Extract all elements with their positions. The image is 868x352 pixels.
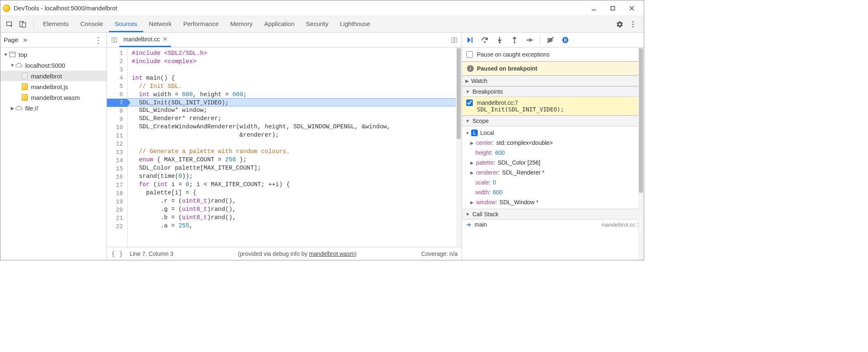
nav-tab-page[interactable]: Page [4, 36, 18, 43]
tab-network[interactable]: Network [143, 16, 178, 32]
file-icon [21, 72, 28, 80]
tree-file-label: mandelbrot.wasm [31, 94, 80, 101]
tree-host-label: localhost:5000 [25, 62, 65, 69]
caret-right-icon: ▶ [465, 78, 469, 84]
callstack-frame-name: main [474, 221, 602, 228]
scope-var-scale[interactable]: scale:0 [465, 177, 640, 187]
scope-var-window[interactable]: ▶window:SDL_Window * [465, 197, 640, 207]
breakpoint-checkbox[interactable] [466, 99, 473, 106]
svg-point-15 [484, 41, 486, 43]
tab-elements[interactable]: Elements [37, 16, 75, 32]
section-watch[interactable]: ▶ Watch [462, 76, 644, 86]
panel-tabs: Elements Console Sources Network Perform… [37, 16, 614, 32]
step-icon[interactable] [524, 35, 535, 45]
editor-tabs: mandelbrot.cc × [107, 33, 462, 47]
svg-point-21 [531, 39, 533, 40]
cursor-position: Line 7, Column 3 [130, 250, 173, 257]
scope-var-palette[interactable]: ▶palette:SDL_Color [256] [465, 158, 640, 168]
deactivate-breakpoints-icon[interactable] [545, 35, 556, 45]
info-icon: i [467, 65, 474, 72]
svg-point-8 [632, 24, 633, 25]
debug-scrollbar[interactable] [638, 47, 644, 260]
tab-performance[interactable]: Performance [178, 16, 225, 32]
breakpoint-item[interactable]: mandelbrot.cc:7 SDL_Init(SDL_INIT_VIDEO)… [462, 97, 644, 116]
caret-down-icon: ▼ [9, 63, 15, 68]
scope-body: ▼ L Local ▶center:std::complex<double> h… [462, 126, 644, 209]
scope-local[interactable]: ▼ L Local [465, 128, 640, 138]
pause-exceptions-icon[interactable] [560, 35, 571, 45]
inspect-element-icon[interactable] [4, 19, 15, 30]
tab-memory[interactable]: Memory [225, 16, 259, 32]
gutter[interactable]: 123456 7 8910111213141516171819202122 [107, 47, 128, 247]
tree-file-scheme[interactable]: ▶ file:// [0, 103, 107, 113]
step-out-icon[interactable] [509, 35, 520, 45]
svg-rect-10 [9, 52, 15, 57]
frame-icon [9, 51, 16, 58]
nav-overflow-icon[interactable]: » [23, 35, 27, 44]
resume-icon[interactable] [465, 35, 475, 45]
device-toolbar-icon[interactable] [17, 19, 28, 30]
pause-on-caught-checkbox[interactable] [466, 51, 473, 58]
tree-file-label: mandelbrot [31, 73, 62, 80]
editor-filename: mandelbrot.cc [123, 36, 160, 43]
tab-security[interactable]: Security [300, 16, 334, 32]
paused-banner: i Paused on breakpoint [462, 61, 644, 76]
callstack-frame[interactable]: ➔ main mandelbrot.cc:7 [462, 220, 644, 229]
breakpoint-marker[interactable]: 7 [107, 99, 127, 107]
debug-info-link[interactable]: mandelbrot.wasm [309, 250, 355, 257]
step-over-icon[interactable] [479, 35, 490, 45]
editor-file-tab[interactable]: mandelbrot.cc × [119, 33, 171, 47]
tree-top[interactable]: ▼ top [0, 49, 107, 60]
file-icon [21, 94, 28, 101]
titlebar: DevTools - localhost:5000/mandelbrot [0, 0, 644, 16]
app-icon [3, 5, 10, 12]
nav-back-icon[interactable] [109, 35, 119, 45]
breakpoint-code: SDL_Init(SDL_INIT_VIDEO); [466, 106, 638, 113]
more-icon[interactable] [627, 19, 639, 30]
devtools-window: DevTools - localhost:5000/mandelbrot Ele… [0, 0, 644, 260]
paused-banner-text: Paused on breakpoint [477, 65, 537, 72]
debug-panel: Pause on caught exceptions i Paused on b… [462, 33, 644, 260]
pause-on-caught-row: Pause on caught exceptions [462, 47, 644, 61]
section-callstack[interactable]: ▼ Call Stack [462, 209, 644, 220]
code-lines[interactable]: #include <SDL2/SDL.h> #include <complex>… [128, 47, 462, 247]
callstack-frame-loc: mandelbrot.cc:7 [602, 222, 640, 228]
main-toolbar: Elements Console Sources Network Perform… [0, 16, 644, 33]
code-scrollbar[interactable] [456, 47, 462, 247]
tree-file-label: mandelbrot.js [31, 83, 68, 90]
tree-host[interactable]: ▼ localhost:5000 [0, 60, 107, 71]
svg-rect-4 [7, 22, 12, 26]
tree-file-mandelbrot[interactable]: mandelbrot [0, 71, 107, 81]
tab-sources[interactable]: Sources [109, 16, 143, 32]
scope-var-renderer[interactable]: ▶renderer:SDL_Renderer * [465, 168, 640, 177]
section-scope[interactable]: ▼ Scope [462, 116, 644, 126]
scope-var-center[interactable]: ▶center:std::complex<double> [465, 138, 640, 148]
section-breakpoints[interactable]: ▼ Breakpoints [462, 86, 644, 97]
navigator-panel: Page » ⋮ ▼ top ▼ localhost:5000 m [0, 33, 107, 260]
nav-more-icon[interactable]: ⋮ [94, 35, 103, 45]
svg-point-7 [632, 21, 633, 22]
local-badge-icon: L [471, 130, 478, 136]
close-tab-icon[interactable]: × [163, 35, 167, 43]
caret-right-icon: ▶ [9, 106, 15, 111]
current-frame-icon: ➔ [466, 221, 471, 228]
nav-forward-icon[interactable] [449, 35, 459, 45]
close-button[interactable] [622, 2, 641, 14]
scope-var-height[interactable]: height:600 [465, 148, 640, 158]
settings-icon[interactable] [614, 19, 626, 30]
tab-application[interactable]: Application [259, 16, 300, 32]
pause-on-caught-label: Pause on caught exceptions [477, 51, 550, 58]
scope-var-width[interactable]: width:600 [465, 187, 640, 197]
coverage-status: Coverage: n/a [421, 250, 458, 257]
code-area[interactable]: 123456 7 8910111213141516171819202122 #i… [107, 47, 462, 247]
tab-console[interactable]: Console [75, 16, 109, 32]
maximize-button[interactable] [603, 2, 622, 14]
tree-file-mandelbrot-js[interactable]: mandelbrot.js [0, 81, 107, 92]
tree-file-mandelbrot-wasm[interactable]: mandelbrot.wasm [0, 92, 107, 103]
pretty-print-icon[interactable]: { } [111, 250, 123, 258]
tree-file-scheme-label: file:// [25, 105, 38, 112]
minimize-button[interactable] [584, 2, 603, 14]
step-into-icon[interactable] [494, 35, 505, 45]
svg-rect-13 [452, 38, 457, 43]
tab-lighthouse[interactable]: Lighthouse [334, 16, 376, 32]
